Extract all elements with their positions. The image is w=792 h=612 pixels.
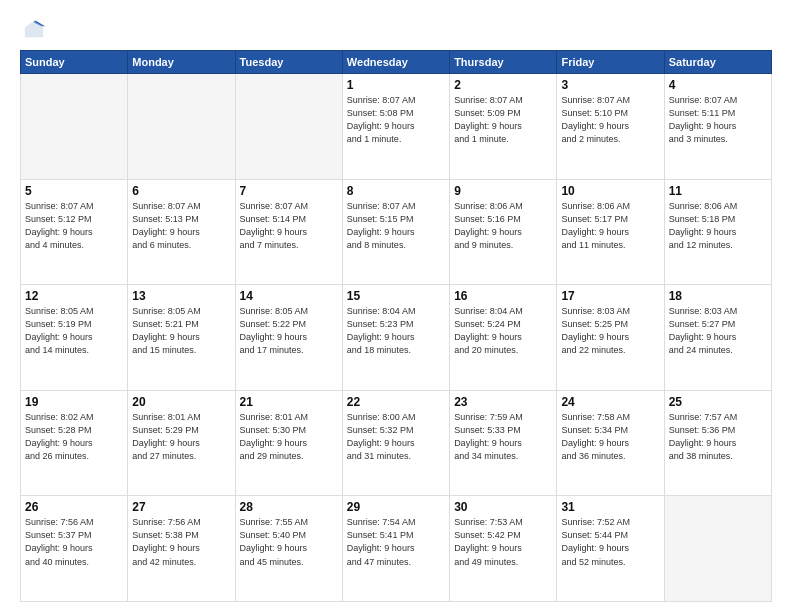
calendar-cell: 22Sunrise: 8:00 AM Sunset: 5:32 PM Dayli… [342,390,449,496]
calendar-cell [21,74,128,180]
weekday-header: Wednesday [342,51,449,74]
day-number: 31 [561,500,659,514]
day-info: Sunrise: 8:07 AM Sunset: 5:14 PM Dayligh… [240,200,338,252]
day-info: Sunrise: 8:06 AM Sunset: 5:16 PM Dayligh… [454,200,552,252]
calendar-cell: 28Sunrise: 7:55 AM Sunset: 5:40 PM Dayli… [235,496,342,602]
day-info: Sunrise: 7:52 AM Sunset: 5:44 PM Dayligh… [561,516,659,568]
calendar-cell: 5Sunrise: 8:07 AM Sunset: 5:12 PM Daylig… [21,179,128,285]
day-number: 12 [25,289,123,303]
day-info: Sunrise: 7:56 AM Sunset: 5:37 PM Dayligh… [25,516,123,568]
day-number: 30 [454,500,552,514]
calendar-week-row: 19Sunrise: 8:02 AM Sunset: 5:28 PM Dayli… [21,390,772,496]
weekday-header: Saturday [664,51,771,74]
calendar-week-row: 1Sunrise: 8:07 AM Sunset: 5:08 PM Daylig… [21,74,772,180]
calendar-week-row: 26Sunrise: 7:56 AM Sunset: 5:37 PM Dayli… [21,496,772,602]
day-info: Sunrise: 7:54 AM Sunset: 5:41 PM Dayligh… [347,516,445,568]
day-info: Sunrise: 7:53 AM Sunset: 5:42 PM Dayligh… [454,516,552,568]
day-info: Sunrise: 7:57 AM Sunset: 5:36 PM Dayligh… [669,411,767,463]
day-number: 8 [347,184,445,198]
day-info: Sunrise: 8:04 AM Sunset: 5:23 PM Dayligh… [347,305,445,357]
weekday-header: Tuesday [235,51,342,74]
calendar-cell: 6Sunrise: 8:07 AM Sunset: 5:13 PM Daylig… [128,179,235,285]
calendar-cell: 11Sunrise: 8:06 AM Sunset: 5:18 PM Dayli… [664,179,771,285]
logo-text [20,18,45,40]
calendar-week-row: 12Sunrise: 8:05 AM Sunset: 5:19 PM Dayli… [21,285,772,391]
day-number: 19 [25,395,123,409]
day-info: Sunrise: 8:03 AM Sunset: 5:27 PM Dayligh… [669,305,767,357]
calendar-cell: 18Sunrise: 8:03 AM Sunset: 5:27 PM Dayli… [664,285,771,391]
weekday-header-row: SundayMondayTuesdayWednesdayThursdayFrid… [21,51,772,74]
day-info: Sunrise: 8:05 AM Sunset: 5:19 PM Dayligh… [25,305,123,357]
day-info: Sunrise: 8:03 AM Sunset: 5:25 PM Dayligh… [561,305,659,357]
svg-marker-0 [25,21,43,38]
day-info: Sunrise: 8:02 AM Sunset: 5:28 PM Dayligh… [25,411,123,463]
day-number: 25 [669,395,767,409]
calendar-cell: 29Sunrise: 7:54 AM Sunset: 5:41 PM Dayli… [342,496,449,602]
day-number: 6 [132,184,230,198]
day-number: 21 [240,395,338,409]
calendar-cell: 9Sunrise: 8:06 AM Sunset: 5:16 PM Daylig… [450,179,557,285]
day-info: Sunrise: 8:01 AM Sunset: 5:30 PM Dayligh… [240,411,338,463]
weekday-header: Friday [557,51,664,74]
day-number: 9 [454,184,552,198]
day-number: 3 [561,78,659,92]
calendar-cell: 19Sunrise: 8:02 AM Sunset: 5:28 PM Dayli… [21,390,128,496]
weekday-header: Monday [128,51,235,74]
calendar-cell: 26Sunrise: 7:56 AM Sunset: 5:37 PM Dayli… [21,496,128,602]
calendar-cell: 27Sunrise: 7:56 AM Sunset: 5:38 PM Dayli… [128,496,235,602]
page: SundayMondayTuesdayWednesdayThursdayFrid… [0,0,792,612]
day-info: Sunrise: 8:07 AM Sunset: 5:09 PM Dayligh… [454,94,552,146]
calendar-table: SundayMondayTuesdayWednesdayThursdayFrid… [20,50,772,602]
calendar-cell: 7Sunrise: 8:07 AM Sunset: 5:14 PM Daylig… [235,179,342,285]
day-info: Sunrise: 7:56 AM Sunset: 5:38 PM Dayligh… [132,516,230,568]
calendar-cell: 25Sunrise: 7:57 AM Sunset: 5:36 PM Dayli… [664,390,771,496]
day-number: 10 [561,184,659,198]
day-number: 20 [132,395,230,409]
calendar-cell: 2Sunrise: 8:07 AM Sunset: 5:09 PM Daylig… [450,74,557,180]
calendar-cell: 20Sunrise: 8:01 AM Sunset: 5:29 PM Dayli… [128,390,235,496]
calendar-cell: 13Sunrise: 8:05 AM Sunset: 5:21 PM Dayli… [128,285,235,391]
day-number: 13 [132,289,230,303]
calendar-cell: 8Sunrise: 8:07 AM Sunset: 5:15 PM Daylig… [342,179,449,285]
day-info: Sunrise: 8:01 AM Sunset: 5:29 PM Dayligh… [132,411,230,463]
calendar-cell: 3Sunrise: 8:07 AM Sunset: 5:10 PM Daylig… [557,74,664,180]
day-number: 2 [454,78,552,92]
day-info: Sunrise: 8:07 AM Sunset: 5:15 PM Dayligh… [347,200,445,252]
calendar-cell: 15Sunrise: 8:04 AM Sunset: 5:23 PM Dayli… [342,285,449,391]
day-info: Sunrise: 8:07 AM Sunset: 5:11 PM Dayligh… [669,94,767,146]
calendar-cell [128,74,235,180]
day-info: Sunrise: 8:04 AM Sunset: 5:24 PM Dayligh… [454,305,552,357]
day-info: Sunrise: 8:00 AM Sunset: 5:32 PM Dayligh… [347,411,445,463]
calendar-cell: 4Sunrise: 8:07 AM Sunset: 5:11 PM Daylig… [664,74,771,180]
day-number: 16 [454,289,552,303]
calendar-cell: 24Sunrise: 7:58 AM Sunset: 5:34 PM Dayli… [557,390,664,496]
day-number: 11 [669,184,767,198]
day-number: 7 [240,184,338,198]
calendar-cell: 12Sunrise: 8:05 AM Sunset: 5:19 PM Dayli… [21,285,128,391]
day-info: Sunrise: 8:06 AM Sunset: 5:17 PM Dayligh… [561,200,659,252]
day-number: 17 [561,289,659,303]
day-info: Sunrise: 8:07 AM Sunset: 5:13 PM Dayligh… [132,200,230,252]
day-number: 18 [669,289,767,303]
calendar-cell: 31Sunrise: 7:52 AM Sunset: 5:44 PM Dayli… [557,496,664,602]
day-number: 29 [347,500,445,514]
day-number: 23 [454,395,552,409]
calendar-cell [664,496,771,602]
day-number: 26 [25,500,123,514]
calendar-cell: 17Sunrise: 8:03 AM Sunset: 5:25 PM Dayli… [557,285,664,391]
day-info: Sunrise: 8:05 AM Sunset: 5:22 PM Dayligh… [240,305,338,357]
calendar-cell: 16Sunrise: 8:04 AM Sunset: 5:24 PM Dayli… [450,285,557,391]
day-number: 15 [347,289,445,303]
calendar-cell: 14Sunrise: 8:05 AM Sunset: 5:22 PM Dayli… [235,285,342,391]
calendar-cell: 30Sunrise: 7:53 AM Sunset: 5:42 PM Dayli… [450,496,557,602]
day-info: Sunrise: 8:07 AM Sunset: 5:10 PM Dayligh… [561,94,659,146]
day-info: Sunrise: 8:06 AM Sunset: 5:18 PM Dayligh… [669,200,767,252]
logo [20,18,45,40]
day-number: 28 [240,500,338,514]
day-info: Sunrise: 7:59 AM Sunset: 5:33 PM Dayligh… [454,411,552,463]
day-info: Sunrise: 8:05 AM Sunset: 5:21 PM Dayligh… [132,305,230,357]
calendar-cell: 23Sunrise: 7:59 AM Sunset: 5:33 PM Dayli… [450,390,557,496]
day-info: Sunrise: 7:55 AM Sunset: 5:40 PM Dayligh… [240,516,338,568]
day-info: Sunrise: 8:07 AM Sunset: 5:08 PM Dayligh… [347,94,445,146]
calendar-cell: 1Sunrise: 8:07 AM Sunset: 5:08 PM Daylig… [342,74,449,180]
